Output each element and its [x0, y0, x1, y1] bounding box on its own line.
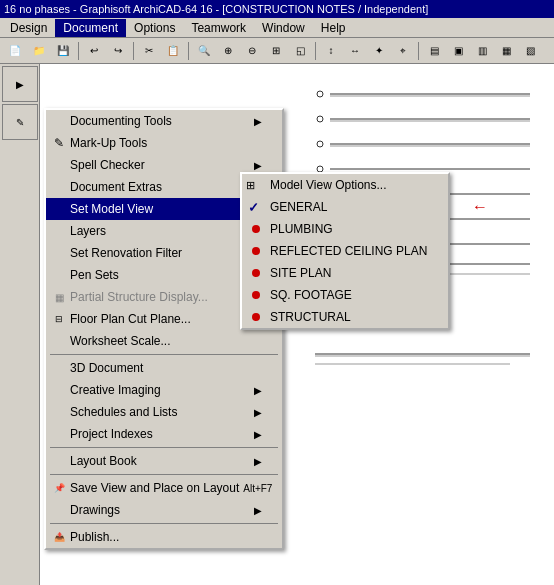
- menu-layout-book[interactable]: Layout Book ▶: [46, 450, 282, 472]
- sq-footage-item[interactable]: SQ. FOOTAGE: [242, 284, 448, 306]
- floor-plan-icon: ⊟: [50, 314, 68, 324]
- site-plan-item[interactable]: SITE PLAN: [242, 262, 448, 284]
- toolbar-btn-9[interactable]: ⊕: [217, 41, 239, 61]
- menu-options[interactable]: Options: [126, 19, 183, 37]
- toolbar-sep-1: [78, 42, 79, 60]
- separator-2: [50, 447, 278, 448]
- partial-structure-label: Partial Structure Display...: [70, 290, 208, 304]
- menu-markup-tools[interactable]: ✎ Mark-Up Tools: [46, 132, 282, 154]
- spell-checker-label: Spell Checker: [70, 158, 145, 172]
- general-label: GENERAL: [270, 200, 327, 214]
- main-area: ▶ ✎: [0, 64, 554, 585]
- left-tool-panel: ▶ ✎: [0, 64, 40, 585]
- toolbar-btn-18[interactable]: ▣: [447, 41, 469, 61]
- menu-teamwork[interactable]: Teamwork: [183, 19, 254, 37]
- spell-arrow: ▶: [254, 160, 262, 171]
- toolbar-btn-14[interactable]: ↔: [344, 41, 366, 61]
- toolbar-btn-16[interactable]: ⌖: [392, 41, 414, 61]
- title-text: 16 no phases - Graphisoft ArchiCAD-64 16…: [4, 3, 428, 15]
- toolbar-btn-8[interactable]: 🔍: [193, 41, 215, 61]
- reflected-ceiling-label: REFLECTED CEILING PLAN: [270, 244, 427, 258]
- toolbar-btn-7[interactable]: 📋: [162, 41, 184, 61]
- save-view-label: Save View and Place on Layout: [70, 481, 239, 495]
- toolbar-btn-15[interactable]: ✦: [368, 41, 390, 61]
- pen-sets-label: Pen Sets: [70, 268, 119, 282]
- menu-worksheet-scale[interactable]: Worksheet Scale...: [46, 330, 282, 352]
- model-view-options-label: Model View Options...: [270, 178, 387, 192]
- svg-point-17: [317, 141, 323, 147]
- save-view-shortcut: Alt+F7: [243, 483, 272, 494]
- toolbar-btn-2[interactable]: 📁: [28, 41, 50, 61]
- drawings-arrow: ▶: [254, 505, 262, 516]
- menu-3d-document[interactable]: 3D Document: [46, 357, 282, 379]
- plumbing-item[interactable]: PLUMBING: [242, 218, 448, 240]
- schedules-lists-label: Schedules and Lists: [70, 405, 177, 419]
- save-view-icon: 📌: [50, 483, 68, 493]
- menu-creative-imaging[interactable]: Creative Imaging ▶: [46, 379, 282, 401]
- toolbar-btn-3[interactable]: 💾: [52, 41, 74, 61]
- document-extras-label: Document Extras: [70, 180, 162, 194]
- publish-label: Publish...: [70, 530, 119, 544]
- toolbar-btn-4[interactable]: ↩: [83, 41, 105, 61]
- sq-footage-dot: [252, 291, 260, 299]
- project-indexes-arrow: ▶: [254, 429, 262, 440]
- toolbar-sep-5: [418, 42, 419, 60]
- toolbar-btn-5[interactable]: ↪: [107, 41, 129, 61]
- project-indexes-label: Project Indexes: [70, 427, 153, 441]
- separator-1: [50, 354, 278, 355]
- structural-label: STRUCTURAL: [270, 310, 351, 324]
- toolbar-btn-20[interactable]: ▦: [495, 41, 517, 61]
- layout-book-label: Layout Book: [70, 454, 137, 468]
- menu-bar: Design Document Options Teamwork Window …: [0, 18, 554, 38]
- structural-item[interactable]: STRUCTURAL: [242, 306, 448, 328]
- title-bar: 16 no phases - Graphisoft ArchiCAD-64 16…: [0, 0, 554, 18]
- layers-label: Layers: [70, 224, 106, 238]
- worksheet-scale-label: Worksheet Scale...: [70, 334, 171, 348]
- menu-document[interactable]: Document: [55, 19, 126, 37]
- set-model-view-label: Set Model View: [70, 202, 153, 216]
- menu-help[interactable]: Help: [313, 19, 354, 37]
- plumbing-label: PLUMBING: [270, 222, 333, 236]
- markup-icon: ✎: [50, 136, 68, 150]
- set-model-view-submenu: ⊞ Model View Options... ✓ GENERAL ← PLUM…: [240, 172, 450, 330]
- menu-design[interactable]: Design: [2, 19, 55, 37]
- toolbar-btn-13[interactable]: ↕: [320, 41, 342, 61]
- menu-save-view[interactable]: 📌 Save View and Place on Layout Alt+F7: [46, 477, 282, 499]
- menu-documenting-tools[interactable]: Documenting Tools ▶: [46, 110, 282, 132]
- schedules-arrow: ▶: [254, 407, 262, 418]
- toolbar-1: 📄 📁 💾 ↩ ↪ ✂ 📋 🔍 ⊕ ⊖ ⊞ ◱ ↕ ↔ ✦ ⌖ ▤ ▣ ▥ ▦ …: [0, 38, 554, 64]
- toolbar-sep-2: [133, 42, 134, 60]
- toolbar-btn-11[interactable]: ⊞: [265, 41, 287, 61]
- toolbar-btn-6[interactable]: ✂: [138, 41, 160, 61]
- toolbar-btn-10[interactable]: ⊖: [241, 41, 263, 61]
- site-plan-dot: [252, 269, 260, 277]
- separator-3: [50, 474, 278, 475]
- documenting-tools-label: Documenting Tools: [70, 114, 172, 128]
- reflected-ceiling-dot: [252, 247, 260, 255]
- structural-dot: [252, 313, 260, 321]
- model-view-options-icon: ⊞: [246, 179, 255, 192]
- menu-schedules-lists[interactable]: Schedules and Lists ▶: [46, 401, 282, 423]
- general-item[interactable]: ✓ GENERAL ←: [242, 196, 448, 218]
- toolbar-btn-19[interactable]: ▥: [471, 41, 493, 61]
- plumbing-dot: [252, 225, 260, 233]
- toolbar-btn-1[interactable]: 📄: [4, 41, 26, 61]
- creative-imaging-arrow: ▶: [254, 385, 262, 396]
- toolbar-btn-12[interactable]: ◱: [289, 41, 311, 61]
- sq-footage-label: SQ. FOOTAGE: [270, 288, 352, 302]
- toolbar-btn-21[interactable]: ▧: [519, 41, 541, 61]
- left-tool-btn-2[interactable]: ✎: [2, 104, 38, 140]
- left-tool-btn-1[interactable]: ▶: [2, 66, 38, 102]
- toolbar-btn-17[interactable]: ▤: [423, 41, 445, 61]
- submenu-arrow: ▶: [254, 116, 262, 127]
- set-renovation-filter-label: Set Renovation Filter: [70, 246, 182, 260]
- menu-publish[interactable]: 📤 Publish...: [46, 526, 282, 548]
- menu-project-indexes[interactable]: Project Indexes ▶: [46, 423, 282, 445]
- model-view-options-item[interactable]: ⊞ Model View Options...: [242, 174, 448, 196]
- menu-window[interactable]: Window: [254, 19, 313, 37]
- reflected-ceiling-item[interactable]: REFLECTED CEILING PLAN: [242, 240, 448, 262]
- layout-book-arrow: ▶: [254, 456, 262, 467]
- floor-plan-cut-label: Floor Plan Cut Plane...: [70, 312, 191, 326]
- publish-icon: 📤: [50, 532, 68, 542]
- menu-drawings[interactable]: Drawings ▶: [46, 499, 282, 521]
